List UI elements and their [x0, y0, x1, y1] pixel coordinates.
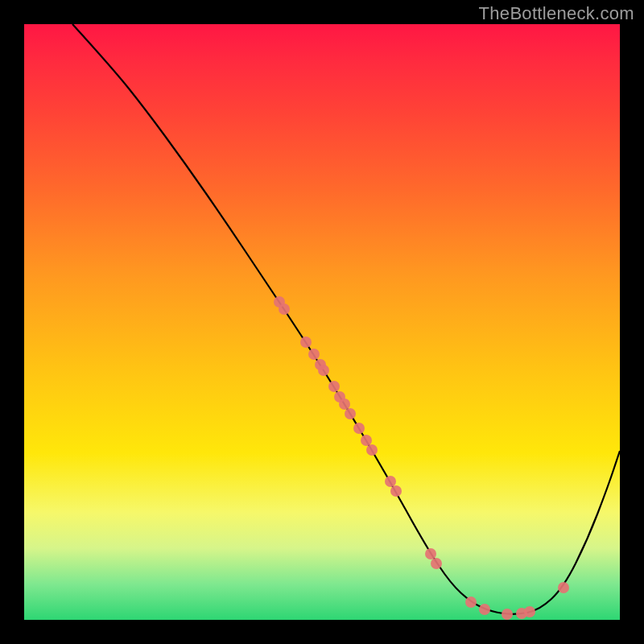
curve-marker [465, 597, 477, 608]
bottleneck-curve [72, 24, 620, 614]
curve-marker [524, 606, 535, 617]
curve-marker [353, 423, 365, 434]
curve-marker [328, 381, 340, 392]
chart-svg [24, 24, 620, 620]
curve-marker [385, 476, 396, 487]
curve-marker [300, 336, 312, 348]
curve-marker [345, 408, 356, 419]
curve-markers-group [274, 296, 569, 620]
plot-area [24, 24, 620, 620]
curve-marker [425, 548, 436, 559]
curve-marker [339, 398, 350, 410]
watermark-text: TheBottleneck.com [479, 3, 634, 24]
curve-marker [279, 303, 290, 315]
curve-marker [361, 435, 372, 446]
curve-marker [390, 485, 402, 497]
curve-marker [308, 349, 320, 360]
curve-marker [366, 444, 378, 456]
curve-marker [502, 609, 513, 620]
curve-marker [318, 365, 329, 376]
chart-frame: TheBottleneck.com [0, 0, 644, 644]
curve-marker [558, 582, 569, 593]
curve-marker [479, 604, 490, 615]
curve-marker [431, 558, 442, 569]
